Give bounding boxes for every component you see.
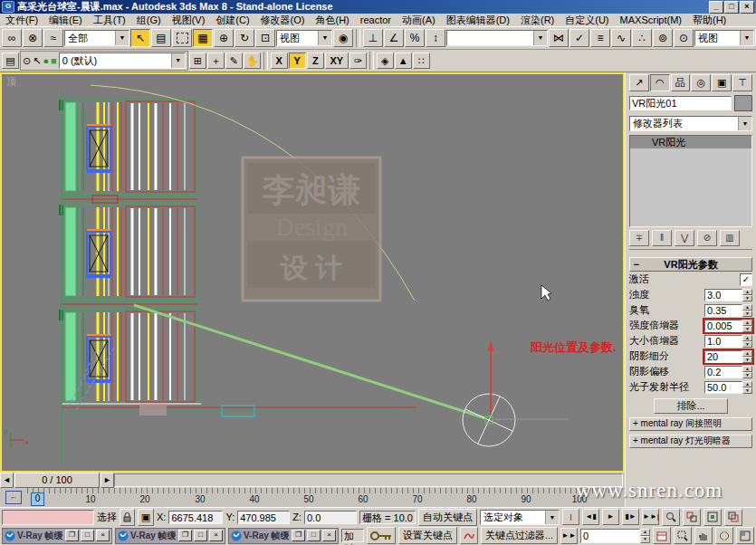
vray-framebuffer-window-1[interactable]: V-Ray 帧缓... ❐ □ × [2, 528, 112, 544]
restore-icon[interactable]: ❐ [65, 530, 79, 541]
photon-radius-field[interactable]: 50.0 [704, 381, 742, 394]
menu-help[interactable]: 帮助(H) [687, 14, 732, 27]
make-unique-icon[interactable]: ⋁ [675, 230, 694, 246]
menu-file[interactable]: 文件(F) [0, 14, 43, 27]
select-and-scale-icon[interactable]: ⊡ [255, 29, 275, 47]
turbidity-field[interactable]: 3.0 [704, 289, 742, 301]
go-to-start-icon[interactable]: |◄◄ [562, 509, 579, 525]
maximize-icon[interactable]: □ [81, 530, 94, 541]
tab-modify-icon[interactable]: ◠ [650, 74, 670, 91]
zoom-icon[interactable] [662, 509, 680, 526]
tab-utilities-icon[interactable]: ⊤ [732, 74, 752, 91]
auto-key-button[interactable]: 自动关键点 [418, 509, 477, 526]
intensity-multiplier-field[interactable]: 0.005 [704, 320, 742, 332]
zoom-extents-icon[interactable] [703, 509, 722, 526]
new-key-curve-icon[interactable] [460, 527, 478, 544]
selection-lock-icon[interactable] [120, 509, 135, 526]
render-scene-icon[interactable]: ⊙ [674, 29, 694, 47]
key-filters-button[interactable]: 关键点过滤器... [481, 527, 558, 544]
menu-group[interactable]: 组(G) [131, 14, 167, 27]
play-animation-icon[interactable]: ► [602, 509, 619, 525]
align-icon[interactable]: ✓ [569, 29, 589, 47]
axis-x-button[interactable]: X [271, 53, 288, 69]
menu-graph-editors[interactable]: 图表编辑器(D) [441, 14, 515, 27]
go-to-end-icon[interactable]: ►►| [642, 509, 659, 525]
enabled-checkbox[interactable]: ✓ [740, 273, 752, 286]
maximize-button[interactable]: □ [724, 1, 739, 14]
menu-animation[interactable]: 动画(A) [397, 14, 441, 27]
vray-framebuffer-window-2[interactable]: V-Ray 帧缓... ❐ □ × [115, 528, 225, 544]
shadow-bias-spinner[interactable]: ▲▼ [742, 366, 752, 378]
select-and-move-icon[interactable]: ⊕ [214, 29, 234, 47]
photon-radius-spinner[interactable]: ▲▼ [742, 381, 752, 394]
current-frame-marker[interactable]: 0 [31, 492, 44, 506]
zoom-extents-all-icon[interactable] [724, 509, 742, 526]
create-new-layer-icon[interactable]: ⊞ [189, 53, 206, 69]
unlink-selection-icon[interactable]: ⊗ [23, 29, 43, 47]
add-time-tag[interactable]: 加时间标记 [341, 529, 364, 542]
close-icon[interactable]: × [322, 530, 336, 541]
size-multiplier-field[interactable]: 1.0 [704, 335, 742, 348]
show-end-result-icon[interactable]: ‖ [652, 230, 672, 246]
time-slider-prev-icon[interactable]: ◄ [0, 473, 14, 488]
pan-hand-icon[interactable] [694, 527, 713, 544]
menu-create[interactable]: 创建(C) [210, 14, 254, 27]
zoom-all-icon[interactable] [683, 509, 701, 526]
menu-character[interactable]: 角色(H) [311, 14, 355, 27]
menu-views[interactable]: 视图(V) [167, 14, 211, 27]
time-slider-next-icon[interactable]: ► [100, 473, 114, 488]
menu-edit[interactable]: 编辑(E) [43, 14, 88, 27]
set-key-button[interactable]: 设置关键点 [398, 527, 457, 544]
zoom-region-icon[interactable] [674, 527, 692, 544]
menu-tools[interactable]: 工具(T) [88, 14, 131, 27]
ozone-field[interactable]: 0.35 [704, 304, 742, 317]
maximize-viewport-toggle-icon[interactable] [736, 527, 754, 544]
select-object-button[interactable]: ↖ [130, 29, 150, 47]
time-configuration-icon[interactable] [653, 527, 671, 544]
tab-create-icon[interactable]: ↗ [629, 74, 649, 91]
time-slider-track[interactable] [114, 473, 623, 487]
intensity-multiplier-spinner[interactable]: ▲▼ [742, 320, 752, 332]
tab-display-icon[interactable]: ▣ [712, 74, 732, 91]
current-frame-field[interactable]: 0 [580, 529, 640, 543]
schematic-view-icon[interactable]: ∴ [632, 29, 652, 47]
spinner-snap-icon[interactable]: ↕ [426, 29, 445, 47]
x-coordinate-field[interactable]: 6675.418 [168, 511, 223, 524]
layer-color-sphere-icon[interactable]: ● [43, 55, 49, 66]
axis-xy-button[interactable]: XY [325, 53, 349, 69]
curve-editor-icon[interactable]: ∿ [611, 29, 631, 47]
modifier-list-dropdown[interactable]: 修改器列表▼ [629, 116, 752, 131]
close-button[interactable]: × [740, 1, 754, 14]
key-step-icon[interactable]: ►► [560, 528, 578, 544]
frame-spinner[interactable]: ▲▼ [640, 529, 650, 543]
mirror-icon[interactable]: ⋈ [549, 29, 569, 47]
snap-use-axis-icon[interactable]: ✑ [349, 53, 367, 69]
select-and-rotate-icon[interactable]: ↻ [234, 29, 254, 47]
mentalray-shader-rollout[interactable]: + mental ray 灯光明暗器 [629, 435, 752, 448]
bind-to-spacewarp-icon[interactable]: ≈ [43, 29, 63, 47]
tab-hierarchy-icon[interactable]: 品 [671, 74, 691, 91]
select-layer-objects-icon[interactable]: ✎ [225, 53, 243, 69]
window-crossing-toggle[interactable]: ▦ [193, 29, 213, 47]
material-editor-icon[interactable]: ⊚ [653, 29, 673, 47]
layer-manager-icon[interactable]: ≡ [590, 29, 610, 47]
select-by-name-icon[interactable]: ▤ [151, 29, 171, 47]
open-mini-curve-editor-icon[interactable]: ⌐ [5, 491, 22, 504]
arc-rotate-icon[interactable] [715, 527, 733, 544]
close-icon[interactable]: × [209, 530, 223, 541]
menu-customize[interactable]: 自定义(U) [560, 14, 614, 27]
y-coordinate-field[interactable]: 470.985 [237, 511, 290, 524]
next-frame-icon[interactable]: ▮► [622, 509, 639, 525]
axis-y-button[interactable]: Y [289, 53, 306, 69]
z-coordinate-field[interactable]: 0.0 [304, 511, 357, 524]
layer-properties-icon[interactable]: ✋ [244, 53, 261, 69]
set-keys-key-icon[interactable] [367, 527, 396, 544]
shadow-subdivs-spinner[interactable]: ▲▼ [742, 350, 752, 363]
exclude-button[interactable]: 排除... [654, 398, 728, 414]
menu-maxscript[interactable]: MAXScript(M) [615, 14, 687, 25]
layers-icon[interactable]: ▤ [2, 53, 19, 69]
maximize-icon[interactable]: □ [307, 530, 321, 541]
shadow-subdivs-field[interactable]: 20 [704, 350, 742, 363]
track-bar[interactable]: ⌐ 0 10 20 30 40 50 60 70 80 90 100 [0, 488, 625, 508]
percent-snap-icon[interactable]: % [405, 29, 425, 47]
